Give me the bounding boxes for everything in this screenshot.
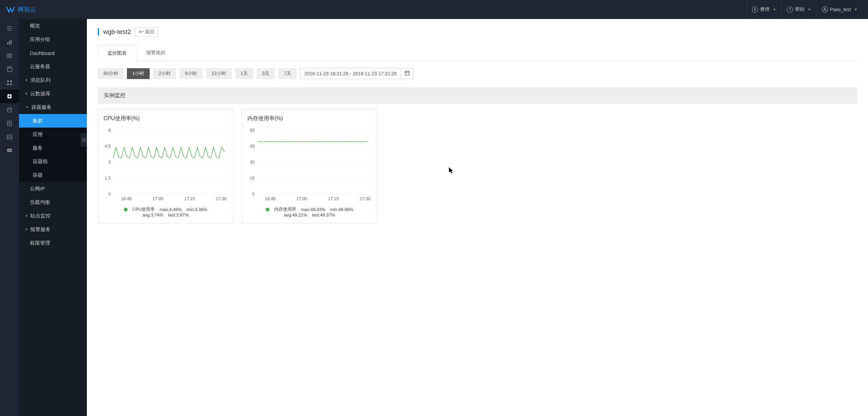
title-accent-bar xyxy=(98,28,99,36)
sidebar-permission[interactable]: 权限管理 xyxy=(19,236,87,250)
time-controls: 30分钟 1小时 2小时 6小时 12小时 1天 3天 7天 2018-11-2… xyxy=(98,68,857,79)
rail-save[interactable] xyxy=(0,62,19,76)
rail-container[interactable] xyxy=(0,90,19,103)
rail-menu[interactable] xyxy=(0,22,19,35)
svg-rect-2 xyxy=(9,41,10,44)
logo-icon xyxy=(5,6,16,13)
svg-text:17:15: 17:15 xyxy=(184,196,195,201)
triangle-right-icon xyxy=(26,228,27,231)
svg-text:0: 0 xyxy=(108,192,111,196)
chevron-down-icon xyxy=(808,9,811,11)
chart-mem-plot: 01530456016:4517:0017:1517:30 xyxy=(247,126,372,204)
header-help[interactable]: ? 帮助 xyxy=(781,0,816,19)
sidebar-load-balance[interactable]: 负载均衡 xyxy=(19,195,87,209)
time-1h[interactable]: 1小时 xyxy=(127,68,150,79)
user-icon xyxy=(822,6,828,13)
time-12h[interactable]: 12小时 xyxy=(206,68,232,79)
cpu-min: min:3.36% xyxy=(187,207,207,212)
rail-image[interactable] xyxy=(0,130,19,144)
brand-name: 网宿云 xyxy=(18,5,36,14)
chart-mem-title: 内存使用率(%) xyxy=(247,115,372,122)
tabs: 监控图表 报警规则 xyxy=(98,45,857,61)
tab-charts[interactable]: 监控图表 xyxy=(98,45,136,61)
rail-box[interactable] xyxy=(0,103,19,117)
svg-text:16:45: 16:45 xyxy=(265,196,276,201)
sidebar-container[interactable]: 容器 xyxy=(19,168,87,182)
header-user[interactable]: Paas_test xyxy=(816,0,863,19)
rail-chat[interactable] xyxy=(0,144,19,157)
svg-text:17:30: 17:30 xyxy=(216,196,226,201)
svg-point-11 xyxy=(8,95,11,97)
sidebar-pod[interactable]: 容器组 xyxy=(19,155,87,168)
cpu-max: max:4.49% xyxy=(159,207,182,212)
sidebar-cloud-db[interactable]: 云数据库 xyxy=(19,87,87,100)
svg-rect-1 xyxy=(7,42,8,44)
svg-rect-3 xyxy=(11,40,12,44)
sidebar-application[interactable]: 应用 xyxy=(19,128,87,141)
mem-avg: avg:49.21% xyxy=(284,212,307,218)
chart-mem: 内存使用率(%) 01530456016:4517:0017:1517:30 内… xyxy=(242,109,377,223)
time-2h[interactable]: 2小时 xyxy=(153,68,176,79)
svg-text:0: 0 xyxy=(252,192,254,196)
svg-text:1.5: 1.5 xyxy=(105,176,111,181)
time-30m[interactable]: 30分钟 xyxy=(98,68,124,79)
sidebar-container-service[interactable]: 容器服务 xyxy=(19,100,87,114)
rail-grid[interactable] xyxy=(0,76,19,90)
calendar-icon[interactable] xyxy=(401,68,413,79)
sidebar-public-ip[interactable]: 公网IP xyxy=(19,182,87,195)
svg-rect-7 xyxy=(10,80,12,82)
svg-rect-12 xyxy=(7,108,12,112)
sidebar-collapse-handle[interactable] xyxy=(80,133,87,147)
header-billing-label: 费用 xyxy=(760,6,770,13)
time-1d[interactable]: 1天 xyxy=(235,68,253,79)
sidebar-message-queue[interactable]: 消息队列 xyxy=(19,73,87,87)
chart-cpu-title: CPU使用率(%) xyxy=(103,115,228,122)
header-billing[interactable]: ¥ 费用 xyxy=(746,0,781,19)
mem-legend-label: 内存使用率 xyxy=(274,206,296,212)
tab-rules[interactable]: 报警规则 xyxy=(136,45,175,61)
svg-text:16:45: 16:45 xyxy=(121,196,132,201)
sidebar-site-monitor[interactable]: 站点监控 xyxy=(19,209,87,223)
charts-row: CPU使用率(%) 01.534.5616:4517:0017:1517:30 … xyxy=(98,109,857,223)
header-user-label: Paas_test xyxy=(830,7,851,12)
sidebar-cluster[interactable]: 集群 xyxy=(19,114,87,128)
time-6h[interactable]: 6小时 xyxy=(180,68,203,79)
triangle-down-icon xyxy=(26,107,29,108)
rail-chart[interactable] xyxy=(0,35,19,49)
cpu-last: last:3.97% xyxy=(168,212,189,218)
chart-mem-legend: 内存使用率 max:49.43% min:48.98% avg:49.21% l… xyxy=(247,206,372,218)
svg-rect-9 xyxy=(10,83,12,85)
legend-dot-icon xyxy=(266,208,269,211)
svg-point-16 xyxy=(8,150,9,151)
svg-text:45: 45 xyxy=(250,144,254,149)
time-7d[interactable]: 7天 xyxy=(278,68,297,79)
chevron-down-icon xyxy=(854,9,857,11)
svg-point-18 xyxy=(10,150,11,151)
cpu-legend-label: CPU使用率 xyxy=(132,206,155,212)
triangle-right-icon xyxy=(26,214,27,217)
logo[interactable]: 网宿云 xyxy=(5,5,36,14)
svg-text:6: 6 xyxy=(108,128,111,133)
chart-cpu-plot: 01.534.5616:4517:0017:1517:30 xyxy=(103,126,228,204)
time-3d[interactable]: 3天 xyxy=(257,68,275,79)
svg-point-5 xyxy=(8,55,11,57)
rail-doc[interactable] xyxy=(0,117,19,130)
sidebar-overview[interactable]: 概览 xyxy=(19,19,87,33)
sidebar-alarm-service[interactable]: 报警服务 xyxy=(19,223,87,236)
rail-camera[interactable] xyxy=(0,49,19,62)
svg-text:30: 30 xyxy=(250,160,254,165)
svg-text:3: 3 xyxy=(108,160,111,165)
svg-point-0 xyxy=(824,8,826,10)
sidebar-app-group[interactable]: 应用分组 xyxy=(19,33,87,46)
sidebar-cloud-server[interactable]: 云服务器 xyxy=(19,60,87,73)
svg-rect-19 xyxy=(405,71,409,75)
back-button[interactable]: 返回 xyxy=(135,27,158,37)
svg-rect-4 xyxy=(7,54,12,58)
svg-text:60: 60 xyxy=(250,128,254,133)
svg-rect-8 xyxy=(7,83,9,85)
chevron-down-icon xyxy=(773,9,776,11)
icon-rail xyxy=(0,19,19,416)
sidebar-service[interactable]: 服务 xyxy=(19,141,87,155)
date-range-picker[interactable]: 2018-11-23 16:31:26 - 2018-11-23 17:31:2… xyxy=(300,68,414,79)
sidebar-dashboard[interactable]: Dashboard xyxy=(19,46,87,60)
